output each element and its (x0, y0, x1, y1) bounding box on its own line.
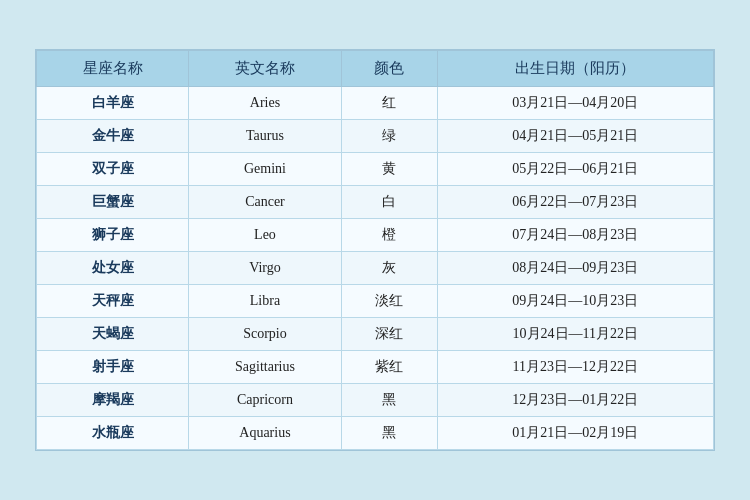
cell-dates: 12月23日—01月22日 (437, 384, 713, 417)
cell-dates: 11月23日—12月22日 (437, 351, 713, 384)
zodiac-table: 星座名称 英文名称 颜色 出生日期（阳历） 白羊座Aries红03月21日—04… (36, 50, 714, 450)
table-row: 水瓶座Aquarius黑01月21日—02月19日 (37, 417, 714, 450)
cell-dates: 10月24日—11月22日 (437, 318, 713, 351)
cell-dates: 07月24日—08月23日 (437, 219, 713, 252)
cell-english-name: Cancer (189, 186, 341, 219)
table-body: 白羊座Aries红03月21日—04月20日金牛座Taurus绿04月21日—0… (37, 87, 714, 450)
cell-dates: 05月22日—06月21日 (437, 153, 713, 186)
table-header-row: 星座名称 英文名称 颜色 出生日期（阳历） (37, 51, 714, 87)
table-row: 天秤座Libra淡红09月24日—10月23日 (37, 285, 714, 318)
cell-english-name: Aries (189, 87, 341, 120)
table-row: 摩羯座Capricorn黑12月23日—01月22日 (37, 384, 714, 417)
cell-chinese-name: 巨蟹座 (37, 186, 189, 219)
cell-chinese-name: 摩羯座 (37, 384, 189, 417)
cell-english-name: Taurus (189, 120, 341, 153)
cell-dates: 03月21日—04月20日 (437, 87, 713, 120)
cell-chinese-name: 射手座 (37, 351, 189, 384)
cell-chinese-name: 天秤座 (37, 285, 189, 318)
cell-chinese-name: 狮子座 (37, 219, 189, 252)
cell-chinese-name: 水瓶座 (37, 417, 189, 450)
table-row: 狮子座Leo橙07月24日—08月23日 (37, 219, 714, 252)
cell-chinese-name: 白羊座 (37, 87, 189, 120)
table-row: 天蝎座Scorpio深红10月24日—11月22日 (37, 318, 714, 351)
cell-english-name: Capricorn (189, 384, 341, 417)
cell-color: 紫红 (341, 351, 437, 384)
cell-color: 橙 (341, 219, 437, 252)
cell-color: 淡红 (341, 285, 437, 318)
table-row: 白羊座Aries红03月21日—04月20日 (37, 87, 714, 120)
cell-chinese-name: 双子座 (37, 153, 189, 186)
cell-color: 灰 (341, 252, 437, 285)
cell-english-name: Sagittarius (189, 351, 341, 384)
cell-color: 黑 (341, 384, 437, 417)
cell-chinese-name: 处女座 (37, 252, 189, 285)
cell-dates: 04月21日—05月21日 (437, 120, 713, 153)
cell-dates: 06月22日—07月23日 (437, 186, 713, 219)
header-english-name: 英文名称 (189, 51, 341, 87)
cell-dates: 08月24日—09月23日 (437, 252, 713, 285)
cell-color: 绿 (341, 120, 437, 153)
cell-color: 黄 (341, 153, 437, 186)
cell-english-name: Libra (189, 285, 341, 318)
cell-chinese-name: 天蝎座 (37, 318, 189, 351)
cell-color: 红 (341, 87, 437, 120)
cell-english-name: Scorpio (189, 318, 341, 351)
cell-english-name: Leo (189, 219, 341, 252)
cell-chinese-name: 金牛座 (37, 120, 189, 153)
table-row: 双子座Gemini黄05月22日—06月21日 (37, 153, 714, 186)
table-row: 射手座Sagittarius紫红11月23日—12月22日 (37, 351, 714, 384)
cell-english-name: Aquarius (189, 417, 341, 450)
cell-color: 深红 (341, 318, 437, 351)
table-row: 处女座Virgo灰08月24日—09月23日 (37, 252, 714, 285)
cell-dates: 01月21日—02月19日 (437, 417, 713, 450)
table-row: 巨蟹座Cancer白06月22日—07月23日 (37, 186, 714, 219)
zodiac-table-container: 星座名称 英文名称 颜色 出生日期（阳历） 白羊座Aries红03月21日—04… (35, 49, 715, 451)
cell-english-name: Virgo (189, 252, 341, 285)
header-color: 颜色 (341, 51, 437, 87)
cell-color: 白 (341, 186, 437, 219)
cell-color: 黑 (341, 417, 437, 450)
table-row: 金牛座Taurus绿04月21日—05月21日 (37, 120, 714, 153)
cell-dates: 09月24日—10月23日 (437, 285, 713, 318)
header-dates: 出生日期（阳历） (437, 51, 713, 87)
header-chinese-name: 星座名称 (37, 51, 189, 87)
cell-english-name: Gemini (189, 153, 341, 186)
